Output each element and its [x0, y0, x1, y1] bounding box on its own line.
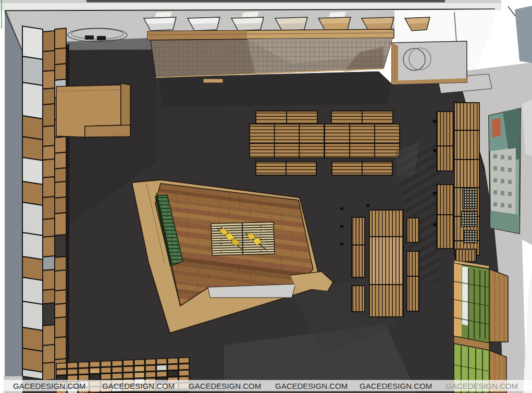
svg-text:GACEDESIGN.COM: GACEDESIGN.COM [13, 382, 85, 390]
svg-text:GACEDESIGN.COM: GACEDESIGN.COM [360, 382, 432, 390]
svg-text:GACEDESIGN.COM: GACEDESIGN.COM [189, 382, 261, 390]
svg-text:GACEDESIGN.COM: GACEDESIGN.COM [446, 382, 518, 390]
svg-text:GACEDESIGN.COM: GACEDESIGN.COM [275, 382, 348, 390]
svg-text:GACEDESIGN.COM: GACEDESIGN.COM [102, 382, 175, 390]
